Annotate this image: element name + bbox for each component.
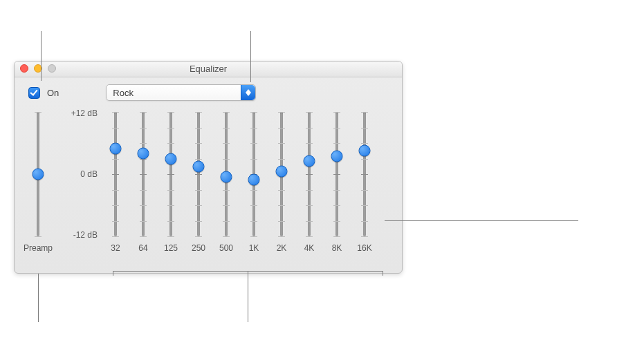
popup-arrows-icon	[241, 85, 255, 100]
band-freq-label: 4K	[304, 243, 315, 253]
band-column-8K: 8K	[323, 109, 351, 253]
db-scale: +12 dB 0 dB -12 dB	[52, 109, 102, 243]
band-slider-16K[interactable]	[363, 112, 366, 236]
bands-area: 32641252505001K2K4K8K16K	[102, 109, 378, 253]
band-slider-1K[interactable]	[252, 112, 255, 236]
band-slider-thumb-4K[interactable]	[304, 155, 315, 167]
band-slider-500[interactable]	[225, 112, 228, 236]
band-slider-32[interactable]	[114, 112, 117, 236]
band-column-1K: 1K	[240, 109, 268, 253]
band-slider-2K[interactable]	[280, 112, 283, 236]
band-freq-label: 500	[219, 243, 233, 253]
band-slider-thumb-64[interactable]	[138, 147, 149, 159]
callout-leader	[113, 271, 113, 276]
band-slider-thumb-16K[interactable]	[359, 145, 371, 157]
preset-popup-value: Rock	[107, 88, 134, 98]
band-freq-label: 1K	[249, 243, 259, 253]
band-freq-label: 2K	[277, 243, 287, 253]
preset-popup[interactable]: Rock	[106, 84, 256, 101]
band-slider-thumb-32[interactable]	[110, 142, 122, 154]
band-column-250: 250	[185, 109, 212, 253]
band-slider-64[interactable]	[142, 112, 145, 236]
band-freq-label: 16K	[357, 243, 371, 253]
band-slider-thumb-8K[interactable]	[331, 150, 343, 162]
band-slider-thumb-250[interactable]	[193, 160, 205, 172]
band-freq-label: 64	[138, 243, 147, 253]
equalizer-window: Equalizer On Rock Preamp +12 dB 0	[14, 61, 403, 274]
band-slider-250[interactable]	[197, 112, 200, 236]
band-slider-4K[interactable]	[308, 112, 311, 236]
band-column-4K: 4K	[295, 109, 323, 253]
band-freq-label: 250	[192, 243, 205, 253]
band-slider-125[interactable]	[169, 112, 172, 236]
band-slider-thumb-2K[interactable]	[276, 166, 288, 178]
eq-body: Preamp +12 dB 0 dB -12 dB 32641252505001…	[15, 105, 402, 263]
band-column-2K: 2K	[268, 109, 295, 253]
on-checkbox[interactable]	[28, 87, 40, 99]
band-slider-thumb-1K[interactable]	[248, 173, 260, 185]
band-column-64: 64	[129, 109, 157, 253]
on-checkbox-label: On	[47, 88, 59, 98]
band-column-125: 125	[157, 109, 185, 253]
controls-row: On Rock	[15, 77, 402, 105]
close-button[interactable]	[20, 64, 28, 73]
band-freq-label: 32	[111, 243, 120, 253]
band-column-16K: 16K	[351, 109, 378, 253]
preamp-label: Preamp	[24, 243, 53, 253]
scale-top-label: +12 dB	[71, 109, 98, 117]
window-title: Equalizer	[190, 64, 227, 74]
callout-leader	[250, 31, 251, 82]
preamp-slider[interactable]	[37, 112, 39, 236]
scale-bottom-label: -12 dB	[73, 231, 98, 239]
callout-leader	[383, 271, 383, 276]
band-column-32: 32	[102, 109, 129, 253]
callout-leader	[41, 31, 42, 81]
band-slider-thumb-125[interactable]	[165, 153, 177, 164]
svg-marker-1	[246, 93, 251, 96]
scale-mid-label: 0 dB	[80, 170, 98, 178]
band-slider-thumb-500[interactable]	[221, 171, 232, 182]
titlebar: Equalizer	[15, 61, 402, 77]
preamp-column: Preamp	[24, 109, 52, 253]
callout-leader	[38, 274, 39, 322]
callout-leader	[248, 271, 248, 322]
band-slider-8K[interactable]	[335, 112, 338, 236]
preamp-slider-thumb[interactable]	[33, 169, 44, 180]
window-controls	[20, 64, 56, 73]
band-freq-label: 125	[164, 243, 178, 253]
band-freq-label: 8K	[332, 243, 342, 253]
band-column-500: 500	[212, 109, 240, 253]
zoom-button[interactable]	[48, 64, 56, 73]
callout-leader	[385, 220, 578, 221]
